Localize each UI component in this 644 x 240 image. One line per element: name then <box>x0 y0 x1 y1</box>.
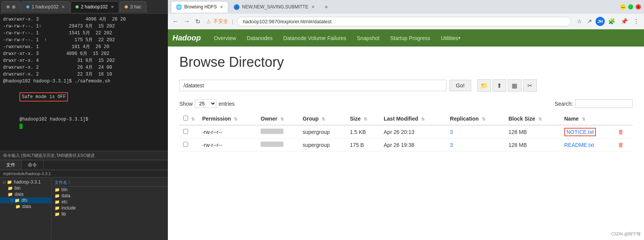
row2-name-link[interactable]: README.txt <box>564 142 594 148</box>
right-tree: 文件名 ↑ 📁 bin 📁 data 📁 etc 📁 include <box>52 177 168 238</box>
file-item-lib[interactable]: 📁 lib <box>52 211 168 217</box>
col-header-name[interactable]: Name ⇅ <box>560 113 614 125</box>
refresh-button[interactable]: ↻ <box>194 17 202 26</box>
bookmark-button[interactable]: ☆ <box>575 17 584 26</box>
file-item-data[interactable]: 📁 data <box>52 193 168 199</box>
row1-name: NOTICE.txt <box>560 125 614 139</box>
row2-size: 175 B <box>346 139 380 151</box>
tab-hadoop102-1[interactable]: 1 hadoop102 ✕ <box>21 1 70 13</box>
file-tab-command[interactable]: 命令 <box>22 160 43 170</box>
folder-icon: 📁 <box>55 200 60 205</box>
nav-overview[interactable]: Overview <box>208 32 241 44</box>
tab-hadoop102-3[interactable]: 3 hac <box>120 1 146 13</box>
row1-size: 1.5 KB <box>346 125 380 139</box>
select-all-checkbox[interactable] <box>183 116 188 121</box>
folder-icon: 📁 <box>55 206 60 211</box>
tree-item-dfs[interactable]: ▽ 📁 dfs <box>0 197 51 203</box>
close-tab-hdfs[interactable]: ✕ <box>220 5 223 10</box>
col-header-group[interactable]: Group ⇅ <box>299 113 346 125</box>
file-manager: 文件 命令 /opt/module/hadoop-3.3.1 ▷ 📁 hadoo… <box>0 160 168 240</box>
address-bar: ← → ↻ ⚠ 不安全 | ☆ ↗ JH 🧩 📌 ⋮ <box>168 14 644 29</box>
row2-delete-button[interactable]: 🗑 <box>618 142 624 148</box>
insecure-label: 不安全 <box>213 18 228 25</box>
open-folder-button[interactable]: 📁 <box>477 79 491 92</box>
path-input[interactable] <box>179 80 446 91</box>
table-row: -rw-r--r-- supergroup 1.5 KB Apr 26 20:1… <box>179 125 633 139</box>
col-header-replication[interactable]: Replication ⇅ <box>446 113 504 125</box>
row1-replication-link[interactable]: 3 <box>450 129 453 135</box>
extensions-button[interactable]: 🧩 <box>606 17 617 26</box>
row1-group: supergroup <box>299 125 346 139</box>
hadoop-nav: Hadoop Overview Datanodes Datanode Volum… <box>168 29 644 47</box>
left-tree: ▷ 📁 hadoop-3.3.1 📁 bin 📁 data ▽ 📁 dfs <box>0 177 52 238</box>
row1-checkbox <box>179 125 198 139</box>
tree-item-root[interactable]: ▷ 📁 hadoop-3.3.1 <box>0 179 51 185</box>
address-input[interactable] <box>237 17 571 26</box>
row2-owner <box>257 139 299 151</box>
folder-icon: 📁 <box>55 193 60 198</box>
path-bar: Go! 📁 ⬆ ▦ ✂ <box>179 79 633 92</box>
search-label: Search: <box>555 101 573 107</box>
col-header-last-modified[interactable]: Last Modified ⇅ <box>380 113 446 125</box>
user-avatar[interactable]: JH <box>596 17 605 26</box>
minimize-button[interactable]: — <box>620 4 626 10</box>
search-input[interactable] <box>575 99 633 108</box>
browser-panel: 🌐 Browsing HDFS ✕ 🔵 NEW,NEW_SAVING,SUBMI… <box>168 0 644 240</box>
tab-new[interactable]: ⊕ <box>2 1 21 13</box>
col-header-checkbox: ⇅ <box>179 113 198 125</box>
col-header-block-size[interactable]: Block Size ⇅ <box>505 113 560 125</box>
file-item-bin[interactable]: 📁 bin <box>52 187 168 193</box>
nav-snapshot[interactable]: Snapshot <box>352 32 385 44</box>
window-controls: — □ ✕ <box>620 4 641 10</box>
share-button[interactable]: ↗ <box>585 17 594 26</box>
row2-replication-link[interactable]: 3 <box>450 142 453 148</box>
tree-item-data-sub[interactable]: 📁 data <box>0 203 51 209</box>
forward-button[interactable]: → <box>182 17 192 26</box>
entries-select[interactable]: 25 50 100 <box>195 99 216 108</box>
close-tab-new[interactable]: ✕ <box>311 5 315 10</box>
new-tab-button[interactable]: ＋ <box>320 2 332 13</box>
maximize-button[interactable]: □ <box>628 4 633 10</box>
row1-permission: -rw-r--r-- <box>198 125 257 139</box>
pin-button[interactable]: 📌 <box>619 17 630 26</box>
file-tree-area: ▷ 📁 hadoop-3.3.1 📁 bin 📁 data ▽ 📁 dfs <box>0 177 168 238</box>
tab-hadoop102-2[interactable]: 2 hadoop102 ✕ <box>71 1 119 13</box>
row2-check[interactable] <box>183 142 188 147</box>
row2-block-size: 128 MB <box>505 139 560 151</box>
browser-tab-hdfs[interactable]: 🌐 Browsing HDFS ✕ <box>171 1 228 13</box>
close-button[interactable]: ✕ <box>636 4 641 10</box>
row1-delete-button[interactable]: 🗑 <box>618 129 624 135</box>
row2-name: README.txt <box>560 139 614 151</box>
cut-button[interactable]: ✂ <box>523 79 537 92</box>
page-title: Browse Directory <box>179 54 633 70</box>
nav-startup-progress[interactable]: Startup Progress <box>385 32 436 44</box>
nav-datanodes[interactable]: Datanodes <box>242 32 278 44</box>
row1-delete: 🗑 <box>614 125 633 139</box>
file-item-include[interactable]: 📁 include <box>52 205 168 211</box>
row1-name-link[interactable]: NOTICE.txt <box>564 128 596 136</box>
file-tab-files[interactable]: 文件 <box>0 160 22 170</box>
view-button[interactable]: ▦ <box>508 79 522 92</box>
file-item-etc[interactable]: 📁 etc <box>52 199 168 205</box>
go-button[interactable]: Go! <box>449 80 471 91</box>
tree-item-data[interactable]: 📁 data <box>0 191 51 197</box>
row1-replication: 3 <box>446 125 504 139</box>
row1-last-modified: Apr 26 20:13 <box>380 125 446 139</box>
folder-icon: 📁 <box>55 187 60 192</box>
menu-button[interactable]: ⋮ <box>631 17 641 26</box>
nav-utilities[interactable]: Utilities <box>436 32 466 44</box>
folder-icon: 📁 <box>15 204 21 209</box>
nav-datanode-volume-failures[interactable]: Datanode Volume Failures <box>278 32 352 44</box>
upload-button[interactable]: ⬆ <box>493 79 506 92</box>
col-header-permission[interactable]: Permission ⇅ <box>198 113 257 125</box>
back-button[interactable]: ← <box>171 17 180 26</box>
col-header-size[interactable]: Size ⇅ <box>346 113 380 125</box>
tree-item-bin[interactable]: 📁 bin <box>0 185 51 191</box>
folder-icon: 📁 <box>7 180 12 185</box>
row2-group: supergroup <box>299 139 346 151</box>
browser-tab-new[interactable]: 🔵 NEW,NEW_SAVING,SUBMITTE ✕ <box>229 1 319 13</box>
search-area: Search: <box>555 99 633 108</box>
row1-check[interactable] <box>183 129 188 134</box>
folder-icon: 📁 <box>55 212 60 217</box>
col-header-owner[interactable]: Owner ⇅ <box>257 113 299 125</box>
